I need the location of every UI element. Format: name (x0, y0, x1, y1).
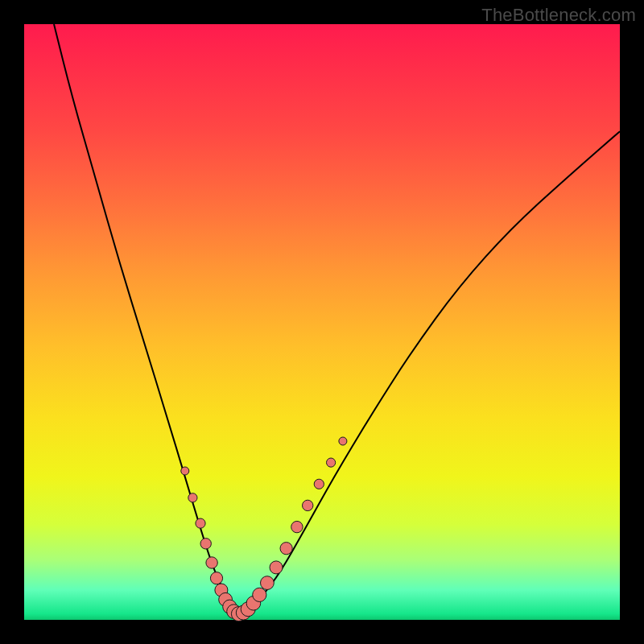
curve-marker (253, 588, 266, 601)
marker-cluster (181, 437, 347, 621)
curve-marker (270, 561, 283, 574)
watermark-text: TheBottleneck.com (481, 5, 636, 26)
curve-marker (210, 572, 222, 584)
curve-marker (327, 458, 336, 467)
curve-marker (280, 543, 292, 555)
bottleneck-curve (54, 24, 620, 614)
curve-marker (291, 521, 303, 532)
curve-marker (303, 500, 313, 510)
curve-marker (181, 467, 189, 475)
curve-marker (314, 479, 324, 489)
curve-marker (339, 437, 347, 445)
bottleneck-chart-svg (24, 24, 620, 620)
curve-marker (206, 557, 217, 568)
curve-marker (200, 539, 211, 549)
plot-area (24, 24, 620, 620)
curve-marker (261, 576, 275, 590)
curve-marker (196, 518, 205, 528)
curve-marker (188, 493, 197, 502)
chart-frame: TheBottleneck.com (0, 0, 644, 644)
